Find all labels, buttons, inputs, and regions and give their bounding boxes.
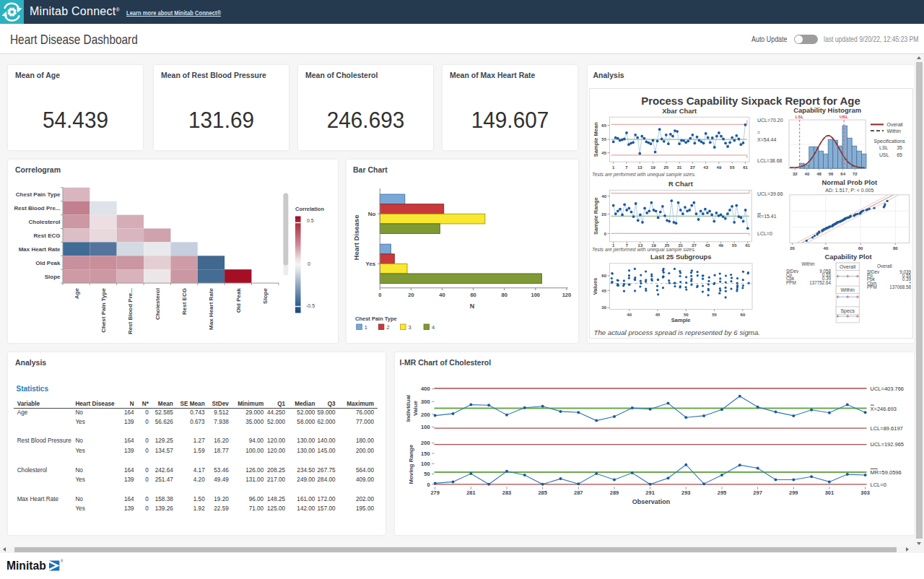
svg-text:120: 120: [562, 292, 572, 298]
svg-text:Old Peak: Old Peak: [235, 287, 242, 313]
svg-text:45: 45: [655, 312, 660, 316]
svg-text:150: 150: [421, 450, 430, 457]
svg-text:LCL=89.6197: LCL=89.6197: [870, 425, 902, 432]
svg-text:0: 0: [308, 261, 310, 266]
svg-text:55: 55: [731, 243, 736, 247]
svg-text:40: 40: [804, 171, 809, 175]
svg-text:Cholesterol: Cholesterol: [28, 219, 60, 225]
svg-text:301: 301: [824, 489, 834, 496]
svg-text:Observation: Observation: [632, 498, 670, 505]
svg-text:Chest Pain Type: Chest Pain Type: [16, 191, 61, 198]
svg-text:40: 40: [627, 312, 632, 316]
svg-text:LCL=38.68: LCL=38.68: [757, 157, 783, 162]
svg-text:64: 64: [840, 171, 845, 175]
svg-text:The actual process spread is r: The actual process spread is represented…: [593, 328, 759, 336]
svg-text:200: 200: [421, 440, 430, 446]
svg-text:Within: Within: [801, 261, 814, 266]
svg-text:61: 61: [745, 243, 750, 247]
svg-text:2: 2: [386, 323, 389, 330]
svg-text:40: 40: [439, 292, 445, 298]
svg-text:13: 13: [637, 165, 642, 169]
svg-text:19: 19: [650, 165, 655, 169]
svg-text:UCL=403.766: UCL=403.766: [870, 386, 904, 392]
svg-text:Yes: Yes: [366, 261, 376, 267]
svg-text:55: 55: [729, 165, 734, 169]
svg-text:UCL=70.20: UCL=70.20: [757, 118, 783, 123]
svg-text:43: 43: [703, 165, 708, 169]
svg-text:61: 61: [743, 165, 748, 169]
svg-text:40: 40: [601, 193, 606, 198]
svg-text:281: 281: [466, 489, 476, 496]
svg-text:279: 279: [430, 489, 440, 496]
svg-text:Process Capability Sixpack Rep: Process Capability Sixpack Report for Ag…: [641, 95, 860, 107]
svg-text:AD: 1.517, P: < 0.005: AD: 1.517, P: < 0.005: [825, 187, 873, 192]
svg-text:137752.64: 137752.64: [809, 279, 831, 284]
svg-text:=: =: [757, 130, 760, 135]
svg-text:45: 45: [601, 288, 606, 292]
svg-text:297: 297: [753, 489, 762, 496]
svg-text:No: No: [368, 211, 376, 217]
svg-text:Slope: Slope: [262, 287, 269, 303]
svg-text:20: 20: [601, 212, 606, 216]
svg-text:Rest ECG: Rest ECG: [181, 288, 188, 315]
svg-text:PPM: PPM: [786, 279, 796, 284]
svg-text:Max Heart Rate: Max Heart Rate: [208, 287, 214, 329]
svg-text:400: 400: [421, 386, 430, 392]
svg-text:295: 295: [717, 489, 726, 496]
svg-text:50: 50: [683, 312, 688, 316]
svg-text:80: 80: [502, 292, 507, 298]
svg-text:Individual: Individual: [405, 395, 411, 422]
svg-text:R=15.41: R=15.41: [757, 214, 777, 219]
svg-text:43: 43: [705, 243, 710, 247]
svg-text:65: 65: [601, 123, 606, 127]
svg-text:65: 65: [897, 152, 902, 157]
svg-text:UCL=192.965: UCL=192.965: [870, 441, 904, 448]
svg-text:Max Heart Rate: Max Heart Rate: [19, 245, 61, 252]
svg-text:Cholesterol: Cholesterol: [154, 288, 161, 320]
svg-text:Specs: Specs: [840, 308, 855, 313]
svg-text:R Chart: R Chart: [668, 179, 692, 187]
svg-text:100: 100: [531, 292, 541, 298]
svg-text:Specifications: Specifications: [873, 138, 905, 144]
svg-text:Moving Range: Moving Range: [408, 444, 414, 484]
svg-text:35: 35: [897, 145, 902, 150]
svg-text:Slope: Slope: [45, 273, 61, 279]
svg-text:40: 40: [823, 246, 828, 251]
svg-text:Sample Range: Sample Range: [592, 197, 598, 235]
svg-text:300: 300: [421, 399, 430, 405]
svg-text:USL: USL: [839, 113, 848, 118]
svg-text:55: 55: [601, 137, 606, 142]
svg-text:Capability Plot: Capability Plot: [824, 252, 871, 260]
svg-text:LCL=0: LCL=0: [757, 231, 772, 236]
svg-text:Capability Histogram: Capability Histogram: [793, 106, 861, 114]
svg-text:USL: USL: [879, 152, 889, 157]
svg-text:49: 49: [716, 165, 721, 169]
svg-text:45: 45: [601, 150, 606, 154]
svg-text:299: 299: [789, 489, 798, 496]
svg-text:Overall: Overall: [877, 264, 892, 269]
svg-text:Last 25 Subgroups: Last 25 Subgroups: [650, 252, 711, 260]
svg-text:50: 50: [424, 471, 430, 477]
svg-text:Rest Blood Pre...: Rest Blood Pre...: [127, 288, 134, 334]
svg-text:Sample Mean: Sample Mean: [592, 121, 598, 156]
svg-text:0.5: 0.5: [307, 217, 314, 222]
svg-text:20: 20: [790, 246, 795, 251]
svg-text:LSL: LSL: [795, 113, 803, 118]
svg-text:LSL: LSL: [879, 145, 889, 150]
svg-text:55: 55: [712, 312, 717, 316]
svg-text:80: 80: [892, 246, 897, 251]
svg-text:PPM: PPM: [867, 284, 877, 290]
svg-text:48: 48: [816, 171, 821, 175]
svg-text:Within: Within: [840, 287, 855, 292]
svg-text:X=54.44: X=54.44: [757, 137, 776, 142]
svg-text:3: 3: [409, 323, 411, 330]
svg-text:Correlation: Correlation: [295, 205, 324, 212]
svg-text:72: 72: [852, 171, 857, 175]
svg-text:31: 31: [676, 165, 681, 169]
svg-text:60: 60: [470, 292, 476, 298]
svg-text:100: 100: [421, 424, 430, 430]
svg-text:287: 287: [574, 489, 583, 496]
svg-text:293: 293: [681, 489, 691, 496]
svg-text:Chest Pain Type: Chest Pain Type: [100, 287, 107, 332]
svg-text:60: 60: [601, 274, 606, 278]
